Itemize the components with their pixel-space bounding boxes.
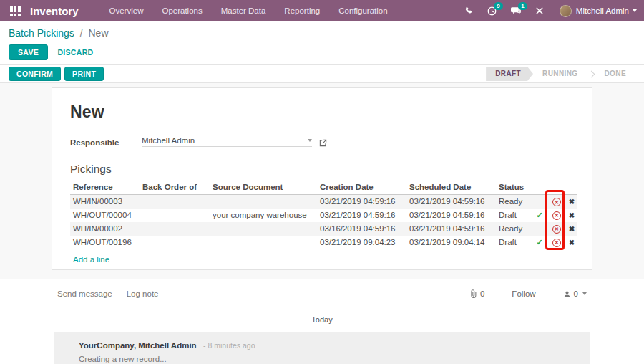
top-navbar: Inventory Overview Operations Master Dat… [0,0,644,21]
cell-back-order[interactable] [140,195,210,209]
user-menu-caret-icon [633,9,637,12]
cell-status[interactable]: Draft [496,236,532,249]
col-back-order-of[interactable]: Back Order of [140,181,210,195]
confirm-button[interactable]: CONFIRM [9,67,61,81]
cell-source-document[interactable] [210,222,317,236]
cell-status[interactable]: Ready [496,222,532,236]
message-author[interactable]: YourCompany, Mitchell Admin [79,341,197,350]
col-status[interactable]: Status [496,181,532,195]
apps-menu-button[interactable] [7,3,23,19]
pickings-table-container: Reference Back Order of Source Document … [70,181,575,265]
status-step-draft[interactable]: DRAFT [486,67,533,81]
cell-status[interactable]: Draft [496,209,532,222]
discard-button[interactable]: DISCARD [51,44,99,60]
table-row[interactable]: WH/OUT/00004 your company warehouse 03/2… [70,209,577,222]
control-panel: Batch Pickings / New SAVE DISCARD [0,21,644,64]
messages-icon[interactable]: 1 [511,6,521,15]
cell-back-order[interactable] [140,222,210,236]
cell-scheduled-date[interactable]: 03/21/2019 04:59:16 [406,222,496,236]
cancel-picking-icon[interactable]: ✕ [552,211,561,220]
cell-source-document[interactable]: your company warehouse [210,209,317,222]
phone-icon[interactable] [464,6,473,15]
cancel-picking-icon[interactable]: ✕ [552,239,561,247]
delete-row-icon[interactable]: ✖ [569,225,575,233]
col-creation-date[interactable]: Creation Date [317,181,406,195]
menu-operations[interactable]: Operations [152,0,211,21]
activities-badge: 9 [494,2,503,10]
cell-creation-date[interactable]: 03/21/2019 04:59:16 [317,195,406,209]
col-cancel [547,181,566,195]
responsible-field-row: Responsible Mitchell Admin [70,136,575,147]
form-view: New Responsible Mitchell Admin Pickings … [0,83,644,279]
status-pipeline: DRAFT RUNNING DONE [486,67,635,81]
col-reference[interactable]: Reference [70,181,140,195]
cell-creation-date[interactable]: 03/21/2019 09:04:23 [317,236,406,249]
cell-creation-date[interactable]: 03/16/2019 04:59:16 [317,222,406,236]
cell-back-order[interactable] [140,209,210,222]
menu-overview[interactable]: Overview [100,0,153,21]
cell-source-document[interactable] [210,195,317,209]
chatter-message: YourCompany, Mitchell Admin - 8 minutes … [54,332,590,364]
user-menu[interactable]: Mitchell Admin [576,6,629,15]
app-menus: Overview Operations Master Data Reportin… [100,0,397,21]
cell-scheduled-date[interactable]: 03/21/2019 04:59:16 [406,209,496,222]
col-scheduled-date[interactable]: Scheduled Date [406,181,496,195]
cell-reference[interactable]: WH/IN/00003 [70,195,140,209]
breadcrumb: Batch Pickings / New [9,27,635,39]
cell-source-document[interactable] [210,236,317,249]
cell-back-order[interactable] [140,236,210,249]
menu-configuration[interactable]: Configuration [329,0,396,21]
col-confirm [532,181,547,195]
external-link-icon[interactable] [319,139,327,147]
cell-creation-date[interactable]: 03/21/2019 04:59:16 [317,209,406,222]
col-source-document[interactable]: Source Document [210,181,317,195]
breadcrumb-current: New [89,27,109,39]
confirm-check-icon[interactable]: ✓ [536,238,542,246]
activities-icon[interactable]: 9 [487,6,497,16]
attachments-button[interactable]: 0 [469,289,484,298]
status-step-running[interactable]: RUNNING [533,67,587,81]
record-title: New [70,102,575,122]
pickings-table-body: WH/IN/00003 03/21/2019 04:59:16 03/21/20… [70,195,577,249]
send-message-button[interactable]: Send message [57,289,112,298]
app-title[interactable]: Inventory [30,5,79,17]
status-step-done[interactable]: DONE [595,67,636,81]
table-row[interactable]: WH/IN/00003 03/21/2019 04:59:16 03/21/20… [70,195,577,209]
chatter-toolbar: Send message Log note 0 Follow 0 [0,289,644,298]
breadcrumb-batch-pickings[interactable]: Batch Pickings [9,27,74,39]
chatter: Send message Log note 0 Follow 0 Today Y… [0,279,644,364]
cell-scheduled-date[interactable]: 03/21/2019 09:04:14 [406,236,496,249]
user-avatar[interactable] [560,5,572,17]
print-button[interactable]: PRINT [64,67,104,81]
delete-row-icon[interactable]: ✖ [569,239,575,246]
menu-reporting[interactable]: Reporting [275,0,329,21]
cancel-picking-icon[interactable]: ✕ [552,225,561,234]
tools-icon[interactable] [535,6,544,15]
table-row[interactable]: WH/OUT/00196 03/21/2019 09:04:23 03/21/2… [70,236,577,249]
follower-count: 0 [574,289,578,298]
log-note-button[interactable]: Log note [127,289,159,298]
followers-caret-icon [582,292,587,295]
cell-status[interactable]: Ready [496,195,532,209]
add-a-line-link[interactable]: Add a line [73,255,109,264]
confirm-check-icon[interactable]: ✓ [536,211,542,219]
table-header-row: Reference Back Order of Source Document … [70,181,577,195]
table-row[interactable]: WH/IN/00002 03/16/2019 04:59:16 03/21/20… [70,222,577,236]
messages-badge: 1 [518,2,527,10]
follow-button[interactable]: Follow [512,289,535,298]
delete-row-icon[interactable]: ✖ [569,211,575,219]
cell-reference[interactable]: WH/OUT/00004 [70,209,140,222]
message-timestamp: - 8 minutes ago [203,341,255,350]
cell-scheduled-date[interactable]: 03/21/2019 04:59:16 [406,195,496,209]
delete-row-icon[interactable]: ✖ [569,198,575,206]
menu-master-data[interactable]: Master Data [212,0,275,21]
cell-reference[interactable]: WH/OUT/00196 [70,236,140,249]
date-divider: Today [61,315,583,324]
cell-reference[interactable]: WH/IN/00002 [70,222,140,236]
followers-button[interactable]: 0 [563,289,587,298]
dropdown-caret-icon[interactable] [308,139,312,142]
status-chevron-icon [587,70,595,77]
cancel-picking-icon[interactable]: ✕ [552,198,561,206]
save-button[interactable]: SAVE [9,44,48,60]
responsible-input[interactable]: Mitchell Admin [142,136,312,147]
